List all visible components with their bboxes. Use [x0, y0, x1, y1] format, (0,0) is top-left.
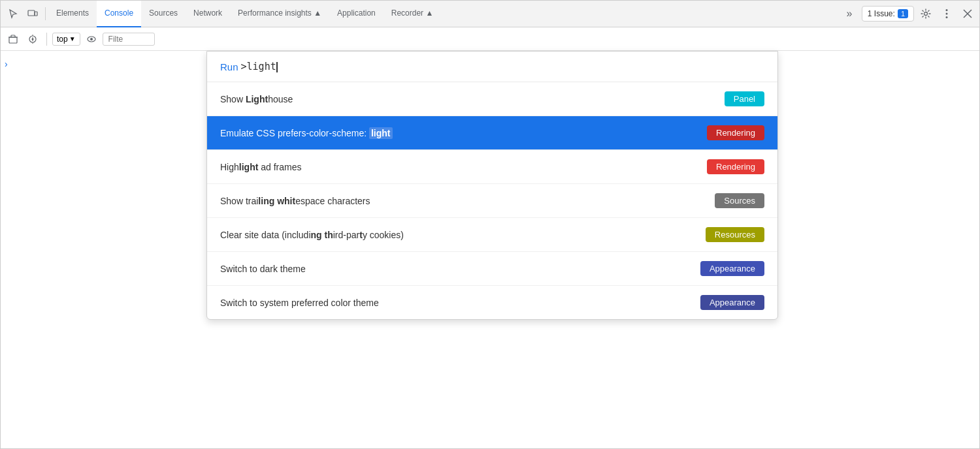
devtools-window: Elements Console Sources Network Perform…	[0, 0, 980, 449]
command-item-text: Clear site data (including third-party c…	[220, 230, 706, 240]
issue-badge[interactable]: 1 Issue: 1	[862, 6, 914, 22]
command-item[interactable]: Show LighthousePanel	[207, 82, 777, 116]
tab-bar: Elements Console Sources Network Perform…	[1, 1, 979, 27]
command-item[interactable]: Switch to dark themeAppearance	[207, 252, 777, 286]
tab-application[interactable]: Application	[329, 1, 384, 27]
issue-count-badge: 1	[898, 9, 908, 18]
tab-console[interactable]: Console	[97, 1, 141, 27]
tab-bar-right: » 1 Issue: 1	[840, 4, 977, 23]
command-item[interactable]: Highlight ad framesRendering	[207, 150, 777, 184]
tab-network[interactable]: Network	[186, 1, 230, 27]
svg-rect-0	[28, 10, 35, 16]
svg-point-3	[946, 9, 948, 11]
filter-input[interactable]	[103, 33, 155, 46]
more-options-icon[interactable]	[938, 5, 956, 23]
svg-point-14	[90, 38, 93, 40]
command-item-text: Show trailing whitespace characters	[220, 196, 715, 206]
svg-point-4	[946, 13, 948, 15]
settings-icon[interactable]	[917, 5, 935, 23]
top-selector[interactable]: top ▼	[52, 33, 80, 46]
command-palette: Run >light Show LighthousePanelEmulate C…	[206, 51, 778, 320]
device-toggle-icon[interactable]	[23, 4, 42, 23]
cursor-icon[interactable]	[3, 4, 23, 23]
command-item[interactable]: Clear site data (including third-party c…	[207, 218, 777, 252]
toolbar-divider	[46, 33, 47, 46]
console-prompt-arrow: ›	[5, 59, 8, 69]
svg-rect-8	[9, 37, 17, 43]
chevron-down-icon: ▼	[69, 35, 76, 42]
command-input-text: >light	[241, 61, 278, 72]
more-tabs-icon[interactable]: »	[840, 4, 859, 23]
main-area: › Run >light Show LighthousePanelEmulate…	[1, 51, 979, 448]
run-label: Run	[220, 61, 238, 72]
command-tag: Rendering	[707, 159, 764, 174]
tab-performance-insights[interactable]: Performance insights ▲	[230, 1, 329, 27]
tab-elements[interactable]: Elements	[48, 1, 97, 27]
tab-divider-1	[45, 7, 46, 20]
command-item-text: Emulate CSS prefers-color-scheme: light	[220, 128, 707, 138]
command-tag: Panel	[725, 91, 764, 106]
command-item[interactable]: Switch to system preferred color themeAp…	[207, 286, 777, 319]
command-item[interactable]: Show trailing whitespace charactersSourc…	[207, 184, 777, 218]
svg-point-5	[946, 16, 948, 18]
command-item-text: Show Lighthouse	[220, 94, 725, 104]
command-tag: Sources	[715, 193, 764, 208]
command-tag: Resources	[706, 227, 764, 242]
svg-rect-1	[35, 12, 37, 16]
tab-sources[interactable]: Sources	[141, 1, 186, 27]
command-tag: Rendering	[707, 125, 764, 140]
text-cursor	[276, 62, 278, 72]
command-tag: Appearance	[700, 261, 764, 276]
command-item[interactable]: Emulate CSS prefers-color-scheme: lightR…	[207, 116, 777, 150]
eye-icon[interactable]	[83, 31, 100, 48]
clear-console-icon[interactable]	[5, 31, 22, 48]
filter-icon[interactable]	[24, 31, 41, 48]
command-item-text: Switch to dark theme	[220, 264, 700, 274]
command-tag: Appearance	[700, 295, 764, 310]
command-item-text: Highlight ad frames	[220, 162, 707, 172]
command-list: Show LighthousePanelEmulate CSS prefers-…	[207, 82, 777, 319]
command-input-row[interactable]: Run >light	[207, 52, 777, 82]
console-toolbar: top ▼	[1, 27, 979, 51]
tab-recorder[interactable]: Recorder ▲	[384, 1, 442, 27]
close-icon[interactable]	[958, 5, 977, 23]
svg-point-2	[924, 12, 928, 16]
command-item-text: Switch to system preferred color theme	[220, 298, 700, 308]
